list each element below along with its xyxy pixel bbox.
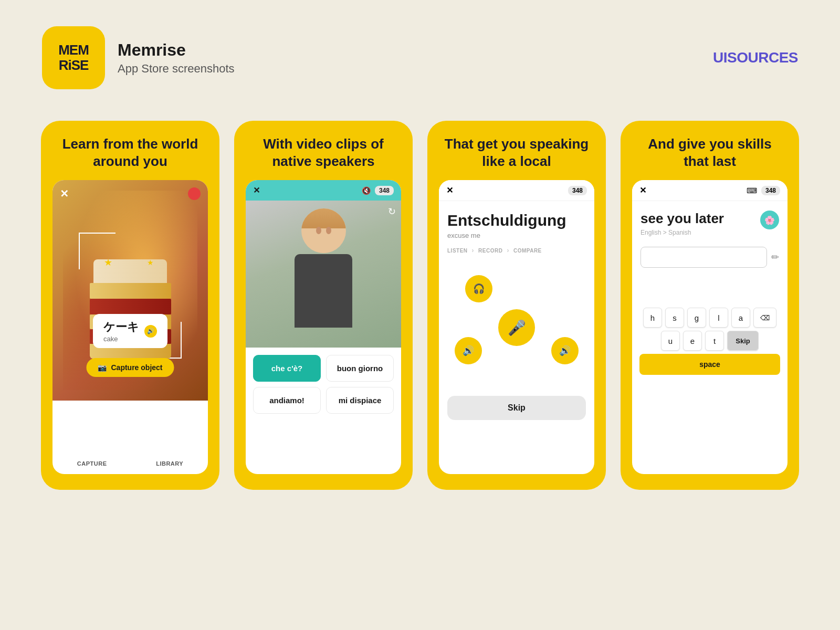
uisources-brand: UIUISOURCESSOURCES bbox=[713, 49, 798, 66]
logo-text: MEM RiSE bbox=[58, 43, 89, 72]
speak-meaning: excuse me bbox=[447, 232, 586, 239]
nav-capture[interactable]: CAPTURE bbox=[77, 460, 107, 467]
speak-close-icon[interactable]: ✕ bbox=[446, 185, 453, 195]
app-info: Memrise App Store screenshots bbox=[118, 40, 235, 76]
speak-word: Entschuldigung bbox=[447, 212, 586, 229]
key-t[interactable]: t bbox=[705, 331, 724, 351]
key-s[interactable]: s bbox=[665, 308, 684, 328]
kb-count-badge: 348 bbox=[761, 186, 780, 195]
card-speaking: That get you speaking like a local ✕ 348… bbox=[427, 121, 606, 490]
app-logo: MEM RiSE bbox=[42, 26, 105, 89]
key-h[interactable]: h bbox=[643, 308, 662, 328]
card1-title: Learn from the world around you bbox=[52, 135, 208, 170]
japanese-word: ケーキ cake bbox=[103, 319, 139, 343]
flower-icon: 🌸 bbox=[760, 211, 779, 229]
key-g[interactable]: g bbox=[687, 308, 706, 328]
app-name: Memrise bbox=[118, 40, 235, 60]
mic-button[interactable]: 🎤 bbox=[498, 309, 535, 346]
card-keyboard: And give you skills that last ✕ ⌨ 348 se… bbox=[621, 121, 799, 490]
card-camera: Learn from the world around you ✕ ★ ★ bbox=[41, 121, 219, 490]
mic-area: 🎧 🎤 🔊 🔊 bbox=[439, 259, 594, 396]
header: MEM RiSE Memrise App Store screenshots U… bbox=[0, 0, 840, 110]
app-subtitle: App Store screenshots bbox=[118, 62, 235, 76]
answer-grid: che c'è? buon giorno andiamo! mi dispiac… bbox=[246, 348, 401, 421]
video-header-right: 🔇 348 bbox=[362, 186, 394, 195]
camera-close-icon[interactable]: ✕ bbox=[60, 187, 69, 200]
kb-close-icon[interactable]: ✕ bbox=[639, 185, 646, 195]
kb-row-1: h s g l a ⌫ bbox=[637, 308, 782, 328]
card2-title: With video clips of native speakers bbox=[246, 135, 401, 170]
speak-word-section: Entschuldigung excuse me LISTEN › RECORD… bbox=[439, 201, 594, 259]
sound-bubble-top: 🎧 bbox=[465, 275, 492, 302]
keyboard-icon: ⌨ bbox=[747, 186, 757, 195]
skip-key[interactable]: Skip bbox=[727, 331, 759, 351]
card3-title: That get you speaking like a local bbox=[439, 135, 594, 170]
mute-icon[interactable]: 🔇 bbox=[362, 186, 371, 195]
capture-button[interactable]: 📷 Capture object bbox=[86, 358, 174, 377]
speak-count-badge: 348 bbox=[568, 186, 587, 195]
space-key[interactable]: space bbox=[639, 354, 780, 375]
answer-option-2[interactable]: buon giorno bbox=[326, 355, 394, 382]
video-area: ↻ bbox=[246, 201, 401, 348]
video-close-icon[interactable]: ✕ bbox=[253, 185, 260, 195]
kb-lang: English > Spanish bbox=[640, 229, 724, 236]
camera-background: ✕ ★ ★ bbox=[52, 180, 208, 401]
edit-icon: ✏ bbox=[771, 251, 779, 263]
kb-phrase-section: see you later English > Spanish 🌸 bbox=[632, 201, 788, 242]
kb-row-2: u e t Skip bbox=[637, 331, 782, 351]
card-video: With video clips of native speakers ✕ 🔇 … bbox=[234, 121, 413, 490]
camera-bottom-nav: CAPTURE LIBRARY bbox=[52, 460, 208, 467]
camera-icon: 📷 bbox=[98, 363, 107, 372]
skip-button-speak[interactable]: Skip bbox=[447, 396, 586, 420]
key-u[interactable]: u bbox=[661, 331, 680, 351]
kb-input-area: ✏ bbox=[632, 242, 788, 273]
header-left: MEM RiSE Memrise App Store screenshots bbox=[42, 26, 235, 89]
key-l[interactable]: l bbox=[709, 308, 728, 328]
phone-screen-3: ✕ 348 Entschuldigung excuse me LISTEN › … bbox=[439, 180, 594, 474]
screenshots-row: Learn from the world around you ✕ ★ ★ bbox=[0, 110, 840, 521]
count-badge: 348 bbox=[375, 186, 394, 195]
keyboard: h s g l a ⌫ u e t Skip space bbox=[632, 304, 788, 378]
word-bubble: ケーキ cake 🔊 bbox=[93, 314, 167, 348]
nav-library[interactable]: LIBRARY bbox=[156, 460, 183, 467]
key-e[interactable]: e bbox=[683, 331, 702, 351]
kb-header: ✕ ⌨ 348 bbox=[632, 180, 788, 201]
phone-screen-1: ✕ ★ ★ bbox=[52, 180, 208, 474]
refresh-icon[interactable]: ↻ bbox=[388, 206, 396, 217]
phone-screen-2: ✕ 🔇 348 ↻ bbox=[246, 180, 401, 474]
answer-option-1[interactable]: che c'è? bbox=[253, 355, 321, 382]
sound-bubble-right: 🔊 bbox=[551, 337, 579, 364]
key-a[interactable]: a bbox=[731, 308, 750, 328]
answer-option-4[interactable]: mi dispiace bbox=[326, 387, 394, 414]
kb-phrase: see you later bbox=[640, 211, 724, 227]
card4-title: And give you skills that last bbox=[632, 135, 788, 170]
speak-steps: LISTEN › RECORD › COMPARE bbox=[447, 247, 586, 254]
kb-space-row: space bbox=[637, 354, 782, 375]
sound-bubble-left: 🔊 bbox=[455, 337, 482, 364]
backspace-key[interactable]: ⌫ bbox=[753, 308, 776, 328]
record-button[interactable] bbox=[188, 187, 201, 200]
phone-screen-4: ✕ ⌨ 348 see you later English > Spanish … bbox=[632, 180, 788, 474]
kb-text-input[interactable] bbox=[640, 247, 767, 268]
speaker-icon[interactable]: 🔊 bbox=[144, 325, 157, 338]
speak-header: ✕ 348 bbox=[439, 180, 594, 201]
answer-option-3[interactable]: andiamo! bbox=[253, 387, 321, 414]
video-header: ✕ 🔇 348 bbox=[246, 180, 401, 201]
